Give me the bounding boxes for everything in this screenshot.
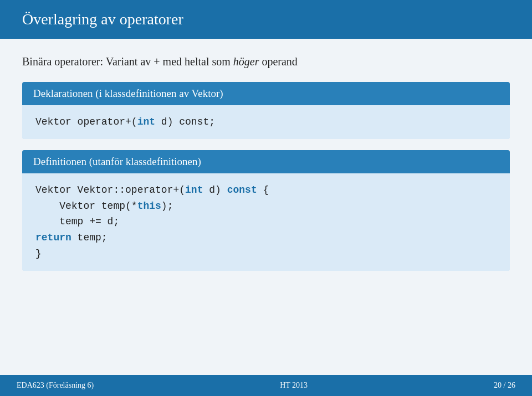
footer-left: EDA623 (Föreläsning 6) [17, 381, 94, 390]
intro-text-before: Binära operatorer: Variant av + med helt… [22, 55, 233, 68]
declaration-body: Vektor operator+(int d) const; [22, 105, 510, 139]
header-bar: Överlagring av operatorer [0, 0, 532, 39]
code-line-4: return temp; [35, 230, 497, 246]
slide: Överlagring av operatorer Binära operato… [0, 0, 532, 396]
declaration-header: Deklarationen (i klassdefinitionen av Ve… [22, 82, 510, 105]
slide-title: Överlagring av operatorer [22, 11, 183, 28]
intro-text-after: operand [259, 55, 297, 68]
decl-code-pre: Vektor operator+( [35, 116, 137, 127]
definition-body: Vektor Vektor::operator+(int d) const { … [22, 173, 510, 271]
declaration-code: Vektor operator+(int d) const; [35, 114, 497, 130]
code-line-1: Vektor Vektor::operator+(int d) const { [35, 182, 497, 198]
decl-code-post: d) const; [155, 116, 215, 127]
intro-paragraph: Binära operatorer: Variant av + med helt… [22, 55, 510, 68]
footer-right: 20 / 26 [494, 381, 515, 390]
code-line-2: Vektor temp(*this); [35, 198, 497, 214]
code-line-5: } [35, 246, 497, 262]
footer-center: HT 2013 [280, 381, 308, 390]
declaration-section: Deklarationen (i klassdefinitionen av Ve… [22, 82, 510, 139]
intro-italic: höger [233, 55, 259, 68]
definition-code: Vektor Vektor::operator+(int d) const { … [35, 182, 497, 262]
definition-header: Definitionen (utanför klassdefinitionen) [22, 150, 510, 173]
footer-bar: EDA623 (Föreläsning 6) HT 2013 20 / 26 [0, 375, 532, 396]
code-line-3: temp += d; [35, 214, 497, 230]
main-content: Binära operatorer: Variant av + med helt… [0, 39, 532, 375]
definition-section: Definitionen (utanför klassdefinitionen)… [22, 150, 510, 271]
